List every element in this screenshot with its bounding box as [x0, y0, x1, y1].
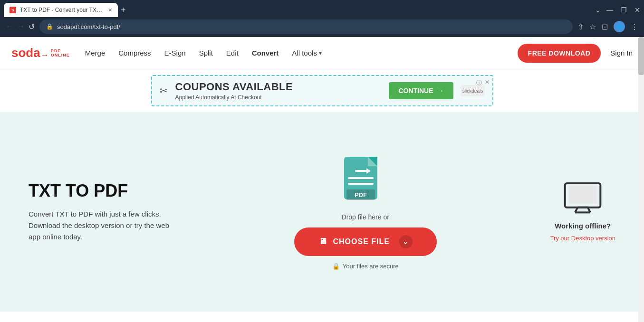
ad-title: COUPONS AVAILABLE: [175, 81, 382, 93]
logo-online-text: ONLINE: [51, 53, 70, 57]
browser-chrome: S TXT to PDF - Convert your TXT t... × +…: [0, 0, 644, 37]
free-download-button[interactable]: FREE DOWNLOAD: [518, 44, 601, 63]
left-section: TXT TO PDF Convert TXT to PDF with just …: [29, 181, 181, 243]
chevron-down-icon: ⌄: [399, 235, 413, 248]
maximize-button[interactable]: ❐: [621, 6, 627, 14]
refresh-button[interactable]: ↺: [29, 22, 35, 31]
drop-file-text: Drop file here or: [342, 213, 389, 221]
ad-close-icon[interactable]: ✕: [485, 79, 490, 87]
ad-subtitle: Applied Automatically At Checkout: [175, 94, 382, 101]
bookmark-icon[interactable]: ☆: [589, 22, 596, 31]
address-bar: ← → ↺ 🔒 sodapdf.com/txt-to-pdf/ ⇧ ☆ ⊡ 🌐 …: [0, 17, 644, 37]
tab-title: TXT to PDF - Convert your TXT t...: [20, 7, 105, 13]
ad-arrow-icon: →: [437, 87, 444, 95]
share-icon[interactable]: ⇧: [577, 22, 584, 31]
ad-continue-button[interactable]: CONTINUE →: [389, 82, 453, 99]
ad-banner-section: ⓘ ✕ ✂ COUPONS AVAILABLE Applied Automati…: [0, 69, 644, 112]
nav-merge[interactable]: Merge: [85, 49, 106, 57]
desktop-version-link[interactable]: Try our Desktop version: [550, 235, 615, 242]
tab-overflow-button[interactable]: ⌄: [595, 6, 601, 14]
forward-button[interactable]: →: [17, 22, 25, 31]
monitor-small-icon: 🖥: [318, 237, 327, 246]
url-text: sodapdf.com/txt-to-pdf/: [57, 23, 120, 30]
logo-soda-text: soda: [11, 46, 40, 60]
browser-actions: ⇧ ☆ ⊡ 🌐 ⋮: [577, 21, 638, 32]
secure-files-text: 🔒 Your files are secure: [332, 263, 399, 270]
nav-edit[interactable]: Edit: [226, 49, 239, 57]
nav-esign[interactable]: E-Sign: [164, 49, 186, 57]
svg-text:PDF: PDF: [355, 191, 367, 199]
ad-text: COUPONS AVAILABLE Applied Automatically …: [175, 81, 382, 101]
nav-all-tools[interactable]: All tools ▾: [292, 49, 322, 57]
right-section: Working offline? Try our Desktop version: [550, 182, 615, 242]
pdf-file-icon: PDF: [342, 154, 389, 207]
url-bar[interactable]: 🔒 sodapdf.com/txt-to-pdf/: [39, 19, 573, 34]
choose-file-button[interactable]: 🖥 CHOOSE FILE ⌄: [294, 227, 437, 256]
security-lock-icon: 🔒: [46, 23, 53, 30]
logo-arrow-icon: →: [40, 50, 49, 60]
tab-bar: S TXT to PDF - Convert your TXT t... × +…: [0, 0, 644, 17]
scrollbar-thumb[interactable]: [638, 37, 644, 75]
site-navigation: Merge Compress E-Sign Split Edit Convert…: [85, 49, 518, 57]
window-close-button[interactable]: ✕: [634, 6, 640, 14]
secure-lock-icon: 🔒: [332, 263, 340, 270]
center-section: PDF Drop file here or 🖥 CHOOSE FILE ⌄ 🔒 …: [294, 154, 437, 270]
split-view-icon[interactable]: ⊡: [602, 22, 608, 31]
new-tab-button[interactable]: +: [121, 5, 126, 15]
nav-buttons: ← → ↺: [6, 22, 35, 31]
window-controls: — ❐ ✕: [606, 6, 640, 14]
tab-favicon: S: [10, 7, 16, 13]
site-header: soda → PDF ONLINE Merge Compress E-Sign …: [0, 37, 644, 69]
ad-banner: ⓘ ✕ ✂ COUPONS AVAILABLE Applied Automati…: [151, 75, 493, 106]
page-title: TXT TO PDF: [29, 181, 181, 201]
choose-file-label: CHOOSE FILE: [333, 237, 390, 246]
back-button[interactable]: ←: [6, 22, 13, 31]
more-options-icon[interactable]: ⋮: [631, 22, 638, 31]
active-tab[interactable]: S TXT to PDF - Convert your TXT t... ×: [4, 3, 118, 17]
ad-controls: ⓘ ✕: [476, 79, 490, 87]
nav-compress[interactable]: Compress: [118, 49, 151, 57]
profile-avatar[interactable]: 🌐: [614, 21, 625, 32]
page-description: Convert TXT to PDF with just a few click…: [29, 208, 181, 243]
desktop-monitor-icon: [564, 182, 602, 217]
scrollbar[interactable]: [638, 37, 644, 312]
site-logo[interactable]: soda → PDF ONLINE: [11, 46, 70, 60]
minimize-button[interactable]: —: [606, 6, 613, 14]
nav-convert[interactable]: Convert: [252, 49, 279, 57]
sign-in-button[interactable]: Sign In: [610, 49, 633, 57]
scissors-icon: ✂: [160, 85, 168, 96]
nav-split[interactable]: Split: [199, 49, 213, 57]
all-tools-caret-icon: ▾: [319, 50, 322, 57]
header-actions: FREE DOWNLOAD Sign In: [518, 44, 633, 63]
main-content: TXT TO PDF Convert TXT to PDF with just …: [0, 112, 644, 312]
ad-info-icon[interactable]: ⓘ: [476, 79, 482, 87]
svg-rect-10: [569, 186, 597, 203]
tab-close-button[interactable]: ×: [108, 7, 112, 13]
working-offline-label: Working offline?: [555, 222, 611, 230]
